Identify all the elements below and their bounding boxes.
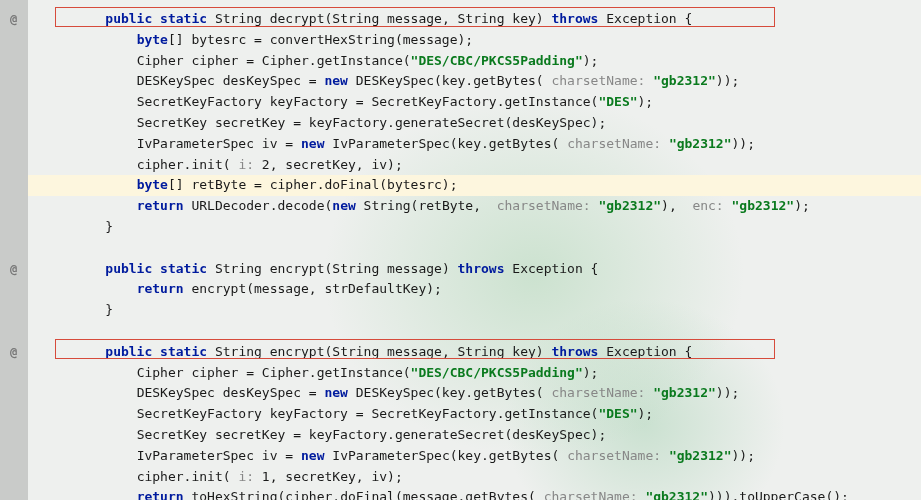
code-line[interactable]: byte[] retByte = cipher.doFinal(bytesrc)…	[28, 175, 921, 196]
code-token: URLDecoder.decode(	[184, 198, 333, 213]
code-token: Exception {	[598, 11, 692, 26]
code-line[interactable]: Cipher cipher = Cipher.getInstance("DES/…	[28, 51, 921, 72]
code-token: "gb2312"	[645, 489, 708, 500]
code-line[interactable]: public static String encrypt(String mess…	[28, 259, 921, 280]
code-token: "gb2312"	[732, 198, 795, 213]
code-token: DESKeySpec(key.getBytes(	[348, 73, 552, 88]
code-line[interactable]: Cipher cipher = Cipher.getInstance("DES/…	[28, 363, 921, 384]
code-token: throws	[458, 261, 505, 276]
code-token: public	[105, 11, 152, 26]
code-token: new	[301, 448, 324, 463]
code-token: cipher.init(	[137, 157, 239, 172]
code-token: Exception {	[598, 344, 692, 359]
code-line[interactable]: DESKeySpec desKeySpec = new DESKeySpec(k…	[28, 383, 921, 404]
code-line[interactable]: }	[28, 300, 921, 321]
code-token: );	[583, 53, 599, 68]
code-token: IvParameterSpec iv =	[137, 448, 301, 463]
code-token: throws	[551, 344, 598, 359]
code-token: );	[794, 198, 810, 213]
code-line[interactable]: SecretKey secretKey = keyFactory.generat…	[28, 425, 921, 446]
code-token: return	[137, 198, 184, 213]
code-token	[152, 344, 160, 359]
code-line[interactable]: return encrypt(message, strDefaultKey);	[28, 279, 921, 300]
code-token: SecretKey secretKey = keyFactory.generat…	[137, 427, 607, 442]
code-line[interactable]: cipher.init( i: 1, secretKey, iv);	[28, 467, 921, 488]
code-token: new	[324, 385, 347, 400]
code-line[interactable]: SecretKeyFactory keyFactory = SecretKeyF…	[28, 404, 921, 425]
code-token: [] retByte = cipher.doFinal(bytesrc);	[168, 177, 458, 192]
code-token: public	[105, 261, 152, 276]
code-token: "DES/CBC/PKCS5Padding"	[411, 53, 583, 68]
code-token: String encrypt(String message)	[207, 261, 457, 276]
code-token: return	[137, 281, 184, 296]
code-line[interactable]: return URLDecoder.decode(new String(retB…	[28, 196, 921, 217]
code-line[interactable]: IvParameterSpec iv = new IvParameterSpec…	[28, 134, 921, 155]
code-token: }	[105, 219, 113, 234]
code-token: IvParameterSpec(key.getBytes(	[324, 448, 567, 463]
code-token: ));	[716, 73, 739, 88]
code-token: Cipher cipher = Cipher.getInstance(	[137, 53, 411, 68]
code-token: charsetName:	[567, 136, 669, 151]
code-token: Exception {	[505, 261, 599, 276]
code-line[interactable]: IvParameterSpec iv = new IvParameterSpec…	[28, 446, 921, 467]
code-token: byte	[137, 177, 168, 192]
code-token: 1, secretKey, iv);	[262, 469, 403, 484]
code-token: String(retByte,	[356, 198, 497, 213]
code-token: ));	[732, 136, 755, 151]
code-line[interactable]	[28, 238, 921, 259]
code-token: return	[137, 489, 184, 500]
code-token: IvParameterSpec iv =	[137, 136, 301, 151]
code-token: byte	[137, 32, 168, 47]
code-token: "DES"	[598, 94, 637, 109]
code-line[interactable]: DESKeySpec desKeySpec = new DESKeySpec(k…	[28, 71, 921, 92]
code-token: "gb2312"	[653, 385, 716, 400]
code-token: );	[638, 94, 654, 109]
code-token: static	[160, 11, 207, 26]
code-token: charsetName:	[551, 73, 653, 88]
code-token: "gb2312"	[669, 136, 732, 151]
code-token: charsetName:	[544, 489, 646, 500]
code-token: "DES"	[598, 406, 637, 421]
editor-gutter: @@@	[0, 0, 28, 500]
code-token: IvParameterSpec(key.getBytes(	[324, 136, 567, 151]
code-line[interactable]: byte[] bytesrc = convertHexString(messag…	[28, 30, 921, 51]
code-line[interactable]: }	[28, 217, 921, 238]
code-token: SecretKeyFactory keyFactory = SecretKeyF…	[137, 406, 599, 421]
code-token: SecretKey secretKey = keyFactory.generat…	[137, 115, 607, 130]
code-token: new	[301, 136, 324, 151]
code-token: ))).toUpperCase();	[708, 489, 849, 500]
code-token: SecretKeyFactory keyFactory = SecretKeyF…	[137, 94, 599, 109]
code-token: toHexString(cipher.doFinal(message.getBy…	[184, 489, 544, 500]
code-token: DESKeySpec desKeySpec =	[137, 73, 325, 88]
code-token: 2, secretKey, iv);	[262, 157, 403, 172]
code-token	[152, 11, 160, 26]
code-line[interactable]: SecretKeyFactory keyFactory = SecretKeyF…	[28, 92, 921, 113]
code-line[interactable]: public static String encrypt(String mess…	[28, 342, 921, 363]
code-editor[interactable]: public static String decrypt(String mess…	[28, 0, 921, 500]
gutter-marker: @	[10, 259, 17, 280]
code-token	[152, 261, 160, 276]
code-token: "gb2312"	[669, 448, 732, 463]
code-token: charsetName:	[567, 448, 669, 463]
code-token: );	[638, 406, 654, 421]
code-token: [] bytesrc = convertHexString(message);	[168, 32, 473, 47]
code-token: new	[332, 198, 355, 213]
code-token: "gb2312"	[598, 198, 661, 213]
code-line[interactable]	[28, 321, 921, 342]
gutter-marker: @	[10, 9, 17, 30]
code-token: "DES/CBC/PKCS5Padding"	[411, 365, 583, 380]
code-token: );	[583, 365, 599, 380]
code-line[interactable]: SecretKey secretKey = keyFactory.generat…	[28, 113, 921, 134]
code-token: ),	[661, 198, 692, 213]
code-token: ));	[732, 448, 755, 463]
code-token: static	[160, 344, 207, 359]
code-token: i:	[238, 469, 261, 484]
code-token: static	[160, 261, 207, 276]
code-token: charsetName:	[551, 385, 653, 400]
code-token: Cipher cipher = Cipher.getInstance(	[137, 365, 411, 380]
code-token: new	[324, 73, 347, 88]
code-line[interactable]: cipher.init( i: 2, secretKey, iv);	[28, 155, 921, 176]
code-token: enc:	[692, 198, 731, 213]
code-line[interactable]: public static String decrypt(String mess…	[28, 9, 921, 30]
code-line[interactable]: return toHexString(cipher.doFinal(messag…	[28, 487, 921, 500]
